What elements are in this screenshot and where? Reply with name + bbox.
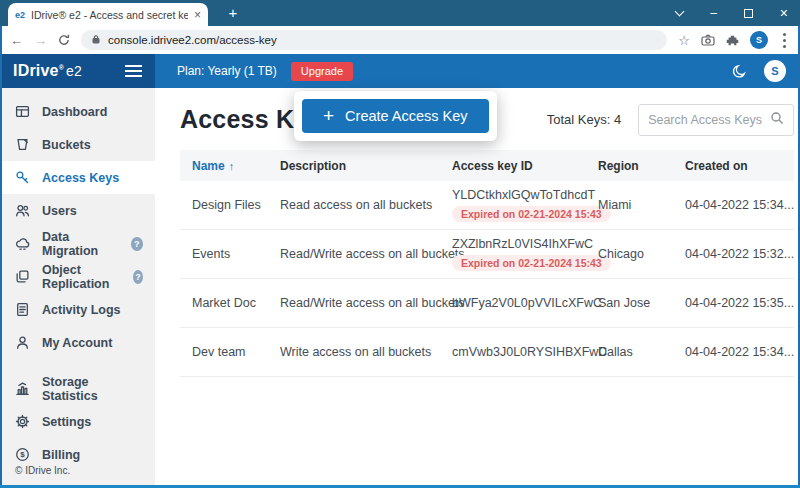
sidebar-item-label: Storage Statistics: [42, 375, 143, 403]
column-header-name[interactable]: Name↑: [180, 159, 268, 173]
screenshot-camera-icon[interactable]: [701, 34, 715, 46]
cloud-upload-icon: [15, 236, 30, 251]
sidebar: Dashboard Buckets Access Keys Users Data…: [0, 88, 155, 486]
dashboard-icon: [15, 104, 30, 119]
gear-icon: [15, 414, 30, 429]
sidebar-item-settings[interactable]: Settings: [0, 405, 155, 438]
access-key-id: ZXZlbnRzL0VIS4IhXFwC: [452, 237, 593, 251]
column-header-access-key-id[interactable]: Access key ID: [440, 159, 586, 173]
sidebar-item-my-account[interactable]: My Account: [0, 326, 155, 359]
extensions-puzzle-icon[interactable]: [726, 34, 739, 47]
url-text: console.idrivee2.com/access-key: [108, 34, 277, 46]
table-row[interactable]: Market Doc Read/Write access on all buck…: [180, 279, 794, 328]
browser-titlebar: e2 IDrive® e2 - Access and secret ke × +…: [0, 0, 800, 26]
main-content: Access Keys Total Keys: 4 + Create Acces…: [155, 88, 800, 486]
access-key-id: bWFya2V0L0pVVILcXFwC: [452, 296, 602, 310]
browser-menu-kebab-icon[interactable]: [783, 39, 786, 42]
browser-window: e2 IDrive® e2 - Access and secret ke × +…: [0, 0, 800, 488]
bookmark-star-icon[interactable]: ☆: [678, 33, 690, 48]
maximize-button[interactable]: [744, 9, 753, 18]
sidebar-item-object-replication[interactable]: Object Replication ?: [0, 260, 155, 293]
upgrade-button[interactable]: Upgrade: [291, 62, 353, 81]
key-icon: [15, 170, 30, 185]
browser-profile-avatar[interactable]: S: [750, 31, 768, 49]
bucket-icon: [15, 137, 30, 152]
person-icon: [15, 335, 30, 350]
site-favicon: e2: [15, 10, 25, 20]
idrive-e2-logo: IDrive®e2: [13, 62, 82, 80]
svg-text:$: $: [20, 450, 25, 459]
back-button[interactable]: ←: [10, 33, 23, 48]
total-keys-label: Total Keys: 4: [547, 112, 621, 127]
column-header-region[interactable]: Region: [586, 159, 673, 173]
document-icon: [15, 302, 30, 317]
hamburger-menu-icon[interactable]: [125, 65, 142, 77]
app-header: IDrive®e2 Plan: Yearly (1 TB) Upgrade S: [0, 54, 800, 88]
help-icon[interactable]: ?: [133, 270, 143, 284]
table-header-row: Name↑ Description Access key ID Region C…: [180, 150, 794, 181]
close-window-button[interactable]: ×: [780, 6, 788, 20]
sidebar-item-label: My Account: [42, 336, 112, 350]
account-avatar[interactable]: S: [764, 60, 786, 82]
help-icon[interactable]: ?: [131, 237, 143, 251]
sidebar-item-label: Data Migration: [42, 230, 119, 258]
sidebar-item-label: Settings: [42, 415, 91, 429]
column-header-description[interactable]: Description: [268, 159, 440, 173]
minimize-button[interactable]: –: [710, 7, 717, 19]
sidebar-item-label: Activity Logs: [42, 303, 121, 317]
url-bar[interactable]: console.idrivee2.com/access-key: [81, 30, 667, 50]
plan-label: Plan: Yearly (1 TB): [177, 64, 277, 78]
dollar-icon: $: [15, 447, 30, 462]
sidebar-item-label: Users: [42, 204, 77, 218]
new-tab-button[interactable]: +: [222, 2, 244, 24]
sidebar-item-data-migration[interactable]: Data Migration ?: [0, 227, 155, 260]
lock-icon: [91, 31, 101, 49]
search-icon[interactable]: [770, 111, 784, 129]
access-key-id: cmVwb3J0L0RYSIHBXFwC: [452, 345, 607, 359]
sidebar-item-access-keys[interactable]: Access Keys: [0, 161, 155, 194]
browser-navbar: ← → console.idrivee2.com/access-key ☆: [0, 26, 800, 54]
create-access-key-popover: + Create Access Key: [294, 91, 497, 141]
sidebar-item-label: Dashboard: [42, 105, 107, 119]
forward-button[interactable]: →: [34, 33, 47, 48]
bar-chart-icon: [15, 381, 30, 396]
sidebar-item-dashboard[interactable]: Dashboard: [0, 95, 155, 128]
plus-icon: +: [323, 106, 334, 125]
logo-block: IDrive®e2: [0, 54, 155, 88]
table-row[interactable]: Dev team Write access on all buckets cmV…: [180, 328, 794, 377]
refresh-button[interactable]: [58, 34, 70, 46]
table-row[interactable]: Events Read/Write access on all buckets …: [180, 230, 794, 279]
sort-asc-icon: ↑: [229, 160, 235, 172]
table-row[interactable]: Design Files Read access on all buckets …: [180, 181, 794, 230]
replication-icon: [15, 269, 30, 284]
sidebar-nav: Dashboard Buckets Access Keys Users Data…: [0, 95, 155, 471]
access-key-id: YLDCtkhxlGQwToTdhcdT: [452, 188, 595, 202]
sidebar-item-label: Object Replication: [42, 263, 121, 291]
copyright-label: © IDrive Inc.: [15, 465, 70, 476]
tab-close-icon[interactable]: ×: [194, 8, 201, 22]
create-access-key-button[interactable]: + Create Access Key: [302, 99, 489, 133]
tab-search-chevron-icon[interactable]: [675, 7, 685, 17]
tab-title: IDrive® e2 - Access and secret ke: [31, 9, 188, 21]
sidebar-item-users[interactable]: Users: [0, 194, 155, 227]
access-keys-table: Name↑ Description Access key ID Region C…: [180, 150, 794, 377]
sidebar-item-buckets[interactable]: Buckets: [0, 128, 155, 161]
sidebar-item-label: Buckets: [42, 138, 91, 152]
table-body: Design Files Read access on all buckets …: [180, 181, 794, 377]
dark-mode-moon-icon[interactable]: [731, 63, 748, 80]
sidebar-item-label: Access Keys: [42, 171, 119, 185]
browser-tab[interactable]: e2 IDrive® e2 - Access and secret ke ×: [8, 3, 208, 26]
column-header-created-on[interactable]: Created on: [673, 159, 794, 173]
users-icon: [15, 203, 30, 218]
search-input[interactable]: [648, 113, 770, 127]
window-frame-edge: [0, 26, 2, 488]
sidebar-item-storage-statistics[interactable]: Storage Statistics: [0, 372, 155, 405]
sidebar-item-activity-logs[interactable]: Activity Logs: [0, 293, 155, 326]
search-box[interactable]: [638, 104, 794, 136]
sidebar-item-label: Billing: [42, 448, 80, 462]
